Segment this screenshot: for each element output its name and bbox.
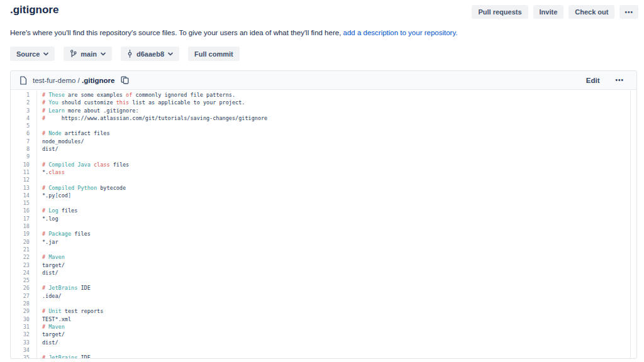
line-number[interactable]: 13 [11,184,37,192]
code-line: 33dist/ [11,339,636,346]
code-line: 13# Compiled Python bytecode [11,184,636,192]
line-number[interactable]: 3 [11,107,37,114]
line-number[interactable]: 35 [11,354,37,359]
line-number[interactable]: 31 [11,323,37,331]
commit-dropdown[interactable]: d6aaeb8 [121,47,179,61]
code-line: 8dist/ [11,145,636,153]
line-number[interactable]: 22 [11,253,37,261]
line-number[interactable]: 34 [11,346,37,354]
source-dropdown[interactable]: Source [10,47,55,61]
code-text: # Unit test reports [37,307,103,315]
line-number[interactable]: 14 [11,192,37,199]
code-line: 16# Log files [11,207,636,214]
line-number[interactable]: 1 [11,91,37,99]
commit-dropdown-label: d6aaeb8 [136,50,164,58]
more-actions-button[interactable]: ••• [619,5,638,19]
breadcrumb: test-fur-demo / .gitignore [33,77,114,84]
line-number[interactable]: 12 [11,176,37,184]
line-number[interactable]: 9 [11,153,37,160]
invite-button[interactable]: Invite [533,5,564,19]
branch-icon [70,50,77,58]
code-text [37,346,42,354]
line-number[interactable]: 2 [11,99,37,106]
source-dropdown-label: Source [16,50,40,58]
file-icon [19,76,27,85]
code-line: 23target/ [11,261,636,269]
line-number[interactable]: 4 [11,114,37,122]
code-text: *.jar [37,238,58,246]
code-text [37,277,42,284]
chevron-down-icon [43,52,48,56]
line-number[interactable]: 29 [11,307,37,315]
code-line: 6# Node artifact files [11,129,636,137]
edit-button[interactable]: Edit [582,77,604,84]
line-number[interactable]: 16 [11,207,37,214]
line-number[interactable]: 8 [11,145,37,153]
description-text: Here's where you'll find this repository… [10,29,343,36]
header-actions: Pull requests Invite Check out ••• [472,5,638,19]
line-number[interactable]: 6 [11,129,37,137]
code-line: 25 [11,277,636,284]
line-number[interactable]: 21 [11,246,37,253]
file-more-button[interactable]: ••• [609,77,628,84]
pull-requests-button[interactable]: Pull requests [472,5,528,19]
code-line: 32target/ [11,331,636,338]
code-line: 12 [11,176,636,184]
line-number[interactable]: 17 [11,215,37,222]
line-number[interactable]: 30 [11,315,37,323]
breadcrumb-repo[interactable]: test-fur-demo [33,77,75,84]
code-text: # Package files [37,230,91,238]
line-number[interactable]: 19 [11,230,37,238]
code-text: node_modules/ [37,138,84,145]
code-line: 34 [11,346,636,354]
line-number[interactable]: 7 [11,138,37,145]
code-text [37,246,42,253]
code-line: 14*.py[cod] [11,192,636,199]
more-horizontal-icon: ••• [625,9,633,16]
line-number[interactable]: 15 [11,199,37,207]
code-line: 35# JetBrains IDE [11,354,636,359]
code-text [37,176,42,184]
line-number[interactable]: 25 [11,277,37,284]
copy-icon [121,76,129,84]
code-text [37,300,42,307]
line-number[interactable]: 10 [11,161,37,168]
add-description-link[interactable]: add a description to your repository. [343,29,458,36]
code-line: 10# Compiled Java class files [11,161,636,168]
line-number[interactable]: 18 [11,222,37,230]
line-number[interactable]: 27 [11,292,37,300]
code-line: 19# Package files [11,230,636,238]
code-text: # You should customize this list as appl… [37,99,245,106]
line-number[interactable]: 24 [11,269,37,277]
code-line: 31# Maven [11,323,636,331]
line-number[interactable]: 5 [11,122,37,129]
scrollbar[interactable] [630,90,631,358]
full-commit-button[interactable]: Full commit [188,47,240,61]
line-number[interactable]: 32 [11,331,37,338]
code-line: 4# https://www.atlassian.com/git/tutoria… [11,114,636,122]
line-number[interactable]: 26 [11,284,37,292]
code-line: 11*.class [11,168,636,176]
code-text: dist/ [37,145,58,153]
code-text: .idea/ [37,292,62,300]
chevron-down-icon [101,52,106,56]
commit-icon [127,50,133,58]
code-line: 1# These are some examples of commonly i… [11,91,636,99]
line-number[interactable]: 23 [11,261,37,269]
code-text: *.log [37,215,58,222]
code-line: 28 [11,300,636,307]
branch-dropdown[interactable]: main [64,47,112,61]
line-number[interactable]: 20 [11,238,37,246]
line-number[interactable]: 11 [11,168,37,176]
code-line: 7node_modules/ [11,138,636,145]
repo-description: Here's where you'll find this repository… [10,29,458,36]
line-number[interactable]: 28 [11,300,37,307]
code-line: 27.idea/ [11,292,636,300]
check-out-button[interactable]: Check out [569,5,614,19]
code-line: 5 [11,122,636,129]
code-text: dist/ [37,269,58,277]
code-text: # Compiled Python bytecode [37,184,126,192]
code-text: target/ [37,331,65,338]
line-number[interactable]: 33 [11,339,37,346]
copy-path-button[interactable] [121,76,129,84]
